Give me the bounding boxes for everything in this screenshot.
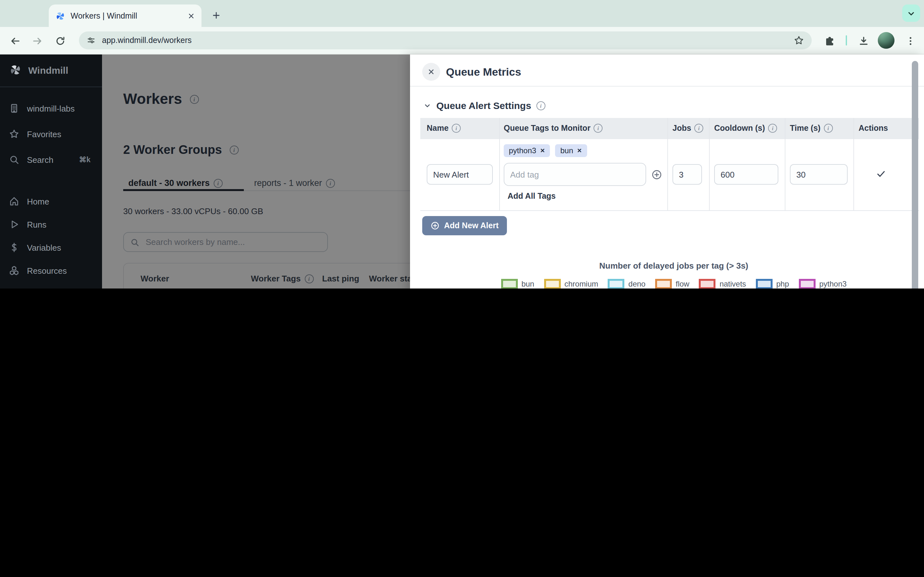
legend-php[interactable]: php — [756, 279, 789, 288]
deno-swatch — [608, 279, 625, 288]
col-jobs: Jobsi — [672, 124, 703, 133]
bookmark-star-icon[interactable] — [794, 35, 804, 45]
time-input[interactable] — [790, 164, 848, 185]
forward-button[interactable] — [29, 33, 45, 49]
sidebar-item-favorites[interactable]: Favorites — [0, 126, 102, 142]
panel-scrollbar[interactable] — [912, 61, 918, 288]
sidebar-item-variables[interactable]: Variables — [0, 239, 102, 256]
queue-tag-chip-python3[interactable]: python3✕ — [504, 144, 550, 157]
url-bar[interactable]: app.windmill.dev/workers — [79, 31, 812, 49]
drawer-close-button[interactable] — [422, 63, 440, 81]
nativets-swatch — [699, 279, 716, 288]
legend-deno[interactable]: deno — [608, 279, 646, 288]
chevron-down-icon — [423, 102, 431, 109]
col-queue-tags: Queue Tags to Monitori — [504, 124, 603, 133]
back-button[interactable] — [7, 33, 24, 49]
queue-alert-settings-toggle[interactable]: Queue Alert Settings i — [423, 100, 545, 111]
tab-close-icon[interactable] — [187, 12, 195, 19]
cooldown-input[interactable] — [714, 164, 779, 185]
legend-chromium[interactable]: chromium — [544, 279, 598, 288]
section-title: Queue Alert Settings — [436, 100, 531, 111]
drawer-title: Queue Metrics — [446, 66, 521, 79]
favorites-icon — [9, 129, 19, 139]
chromium-swatch — [544, 279, 561, 288]
add-tag-button[interactable] — [651, 169, 662, 180]
col-actions: Actions — [859, 124, 888, 133]
brand-name: Windmill — [28, 64, 68, 75]
new-tab-button[interactable] — [208, 7, 225, 24]
time-info-icon[interactable]: i — [824, 124, 833, 133]
remove-tag-icon[interactable]: ✕ — [577, 147, 582, 154]
windmill-favicon-icon — [55, 11, 65, 21]
search-icon — [9, 155, 19, 165]
workspace-icon — [9, 103, 19, 113]
screen: Workers | Windmill app.windmill.dev/work… — [0, 0, 924, 288]
alert-name-input[interactable] — [427, 164, 493, 185]
resources-icon — [9, 266, 19, 276]
legend-python3[interactable]: python3 — [798, 279, 846, 288]
cooldown-info-icon[interactable]: i — [768, 124, 777, 133]
add-all-tags-link[interactable]: Add All Tags — [507, 192, 556, 201]
name-info-icon[interactable]: i — [452, 124, 461, 133]
windmill-logo-icon — [9, 63, 22, 76]
tab-title: Workers | Windmill — [71, 11, 187, 20]
toolbar-separator — [846, 35, 847, 45]
browser-tab[interactable]: Workers | Windmill — [49, 5, 202, 27]
sidebar-item-home[interactable]: Home — [0, 193, 102, 210]
browser-dropdown-button[interactable] — [902, 5, 920, 22]
add-tag-input[interactable] — [504, 163, 646, 186]
alert-table-header — [420, 118, 919, 139]
plus-circle-icon — [431, 221, 439, 230]
confirm-alert-icon[interactable] — [876, 169, 886, 179]
home-icon — [9, 196, 19, 206]
sidebar-item-search[interactable]: Search⌘k — [0, 151, 102, 168]
windmill-logo[interactable]: Windmill — [9, 63, 68, 76]
queue-tag-chip-bun[interactable]: bun✕ — [556, 144, 587, 157]
browser-toolbar: app.windmill.dev/workers — [0, 27, 924, 55]
search-shortcut: ⌘k — [79, 155, 90, 164]
variables-icon — [9, 242, 19, 253]
col-name: Namei — [427, 124, 461, 133]
bun-swatch — [501, 279, 517, 288]
drawer-divider — [410, 86, 924, 87]
reload-button[interactable] — [52, 33, 69, 49]
section-info-icon[interactable]: i — [536, 101, 545, 110]
avatar[interactable] — [878, 32, 895, 49]
browser-menu-icon[interactable] — [902, 33, 919, 49]
delayed-jobs-legend: bunchromiumdenoflownativetsphppython3 — [443, 279, 905, 288]
sidebar: Windmill TRIGGERS windmill-labsFavorites… — [0, 55, 102, 288]
add-new-alert-button[interactable]: Add New Alert — [422, 216, 507, 235]
col-time: Time (s)i — [790, 124, 833, 133]
sidebar-item-runs[interactable]: Runs — [0, 216, 102, 233]
downloads-icon[interactable] — [855, 33, 872, 49]
browser-tab-strip: Workers | Windmill — [0, 0, 924, 27]
delayed-jobs-chart-title: Number of delayed jobs per tag (> 3s) — [443, 261, 905, 271]
col-cooldown: Cooldown (s)i — [714, 124, 777, 133]
site-settings-icon[interactable] — [87, 36, 95, 45]
queue-metrics-drawer: Queue Metrics Queue Alert Settings i Nam… — [410, 55, 924, 288]
sidebar-item-workspace[interactable]: windmill-labs — [0, 100, 102, 117]
remove-tag-icon[interactable]: ✕ — [540, 147, 545, 154]
legend-bun[interactable]: bun — [501, 279, 534, 288]
legend-flow[interactable]: flow — [655, 279, 690, 288]
python3-swatch — [798, 279, 815, 288]
flow-swatch — [655, 279, 672, 288]
jobs-info-icon[interactable]: i — [694, 124, 703, 133]
url-text[interactable]: app.windmill.dev/workers — [102, 36, 794, 45]
sidebar-divider — [0, 87, 102, 87]
extensions-icon[interactable] — [821, 33, 838, 49]
sidebar-item-resources[interactable]: Resources — [0, 262, 102, 279]
legend-nativets[interactable]: nativets — [699, 279, 746, 288]
jobs-input[interactable] — [672, 164, 702, 185]
runs-icon — [9, 219, 19, 229]
queue-tag-chips: python3✕bun✕ — [504, 144, 587, 157]
drawer-backdrop[interactable] — [102, 55, 410, 288]
php-swatch — [756, 279, 772, 288]
queue-tags-info-icon[interactable]: i — [594, 124, 603, 133]
